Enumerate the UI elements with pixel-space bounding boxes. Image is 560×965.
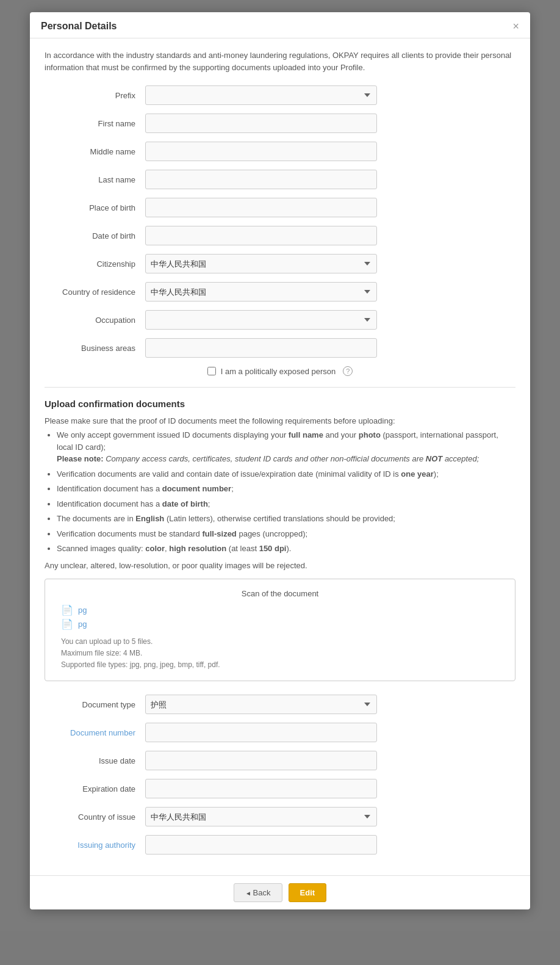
country-of-issue-label: Country of issue: [45, 812, 145, 822]
firstname-input[interactable]: [145, 114, 377, 133]
list-item: Identification document has a date of bi…: [57, 498, 515, 510]
doc-number-label: Document number: [45, 728, 145, 737]
lastname-input[interactable]: [145, 170, 377, 189]
occupation-select[interactable]: [145, 310, 377, 330]
issuing-authority-label: Issuing authority: [45, 840, 145, 850]
lastname-label: Last name: [45, 175, 145, 184]
doc-number-input[interactable]: [145, 723, 377, 742]
file-icon-1: 📄: [61, 604, 73, 616]
doc-form-section: Document type 护照 Document number Issue d…: [45, 692, 515, 855]
issue-date-row: Issue date: [45, 751, 515, 770]
close-button[interactable]: ×: [512, 21, 519, 32]
placeofbirth-label: Place of birth: [45, 203, 145, 212]
middlename-row: Middle name: [45, 142, 515, 161]
expiration-date-label: Expiration date: [45, 784, 145, 793]
file-info-line1: You can upload up to 5 files.: [61, 636, 505, 648]
country-of-residence-label: Country of residence: [45, 287, 145, 297]
politically-exposed-label: I am a politically exposed person: [221, 367, 336, 376]
business-areas-input[interactable]: [145, 338, 377, 358]
file-item-2: 📄 pg: [61, 618, 505, 630]
prefix-row: Prefix Mr Ms Mrs Dr: [45, 85, 515, 105]
lastname-row: Last name: [45, 170, 515, 189]
list-item: Verification documents are valid and con…: [57, 468, 515, 480]
placeofbirth-input[interactable]: [145, 198, 377, 217]
help-icon[interactable]: ?: [343, 366, 353, 376]
placeofbirth-row: Place of birth: [45, 198, 515, 217]
back-button[interactable]: Back: [234, 883, 282, 902]
dateofbirth-input[interactable]: [145, 226, 377, 245]
occupation-row: Occupation: [45, 310, 515, 330]
upload-bullets-list: We only accept government issued ID docu…: [57, 429, 515, 555]
doc-type-select[interactable]: 护照: [145, 695, 377, 714]
issuing-authority-input[interactable]: [145, 835, 377, 855]
country-of-issue-row: Country of issue 中华人民共和国: [45, 807, 515, 826]
business-areas-label: Business areas: [45, 344, 145, 353]
modal-dialog: Personal Details × In accordance with th…: [30, 12, 530, 909]
list-item: Scanned images quality: color, high reso…: [57, 543, 515, 555]
modal-header: Personal Details ×: [30, 12, 530, 38]
upload-section: Upload confirmation documents Please mak…: [45, 399, 515, 855]
list-item: We only accept government issued ID docu…: [57, 429, 515, 465]
file-link-2[interactable]: pg: [78, 620, 87, 629]
modal-body: In accordance with the industry standard…: [30, 38, 530, 875]
firstname-row: First name: [45, 114, 515, 133]
doc-type-label: Document type: [45, 700, 145, 709]
file-link-1[interactable]: pg: [78, 605, 87, 615]
modal-footer: Back Edit: [30, 875, 530, 909]
file-info: You can upload up to 5 files. Maximum fi…: [55, 636, 505, 671]
upload-section-title: Upload confirmation documents: [45, 399, 515, 409]
expiration-date-row: Expiration date: [45, 779, 515, 798]
dateofbirth-label: Date of birth: [45, 231, 145, 240]
upload-instructions: Please make sure that the proof of ID do…: [45, 416, 515, 555]
file-list: 📄 pg 📄 pg: [55, 604, 505, 630]
middlename-label: Middle name: [45, 147, 145, 156]
middlename-input[interactable]: [145, 142, 377, 161]
country-of-issue-select[interactable]: 中华人民共和国: [145, 807, 377, 826]
politically-exposed-checkbox[interactable]: [207, 367, 216, 375]
section-divider: [45, 387, 515, 388]
list-item: Verification documents must be standard …: [57, 528, 515, 540]
upload-intro: Please make sure that the proof of ID do…: [45, 416, 515, 425]
prefix-select[interactable]: Mr Ms Mrs Dr: [145, 85, 377, 105]
reject-text: Any unclear, altered, low-resolution, or…: [45, 561, 515, 570]
modal-title: Personal Details: [41, 21, 117, 32]
doc-type-row: Document type 护照: [45, 695, 515, 714]
politically-exposed-row: I am a politically exposed person ?: [45, 366, 515, 376]
file-info-line2: Maximum file size: 4 MB.: [61, 648, 505, 659]
firstname-label: First name: [45, 119, 145, 128]
occupation-label: Occupation: [45, 316, 145, 325]
edit-button[interactable]: Edit: [289, 883, 327, 902]
list-item: Identification document has a document n…: [57, 483, 515, 495]
list-item: The documents are in English (Latin lett…: [57, 513, 515, 525]
intro-text: In accordance with the industry standard…: [45, 49, 515, 73]
country-of-residence-row: Country of residence 中华人民共和国: [45, 282, 515, 302]
issue-date-label: Issue date: [45, 756, 145, 765]
file-item-1: 📄 pg: [61, 604, 505, 616]
scan-box: Scan of the document 📄 pg 📄 pg You can u…: [45, 579, 515, 682]
scan-title: Scan of the document: [55, 589, 505, 598]
issuing-authority-row: Issuing authority: [45, 835, 515, 855]
doc-number-row: Document number: [45, 723, 515, 742]
prefix-label: Prefix: [45, 91, 145, 100]
business-areas-row: Business areas: [45, 338, 515, 358]
dateofbirth-row: Date of birth: [45, 226, 515, 245]
citizenship-row: Citizenship 中华人民共和国: [45, 254, 515, 273]
file-info-line3: Supported file types: jpg, png, jpeg, bm…: [61, 659, 505, 671]
country-of-residence-select[interactable]: 中华人民共和国: [145, 282, 377, 302]
citizenship-label: Citizenship: [45, 259, 145, 269]
expiration-date-input[interactable]: [145, 779, 377, 798]
modal-overlay: Personal Details × In accordance with th…: [0, 0, 560, 965]
file-icon-2: 📄: [61, 618, 73, 630]
issue-date-input[interactable]: [145, 751, 377, 770]
citizenship-select[interactable]: 中华人民共和国: [145, 254, 377, 273]
